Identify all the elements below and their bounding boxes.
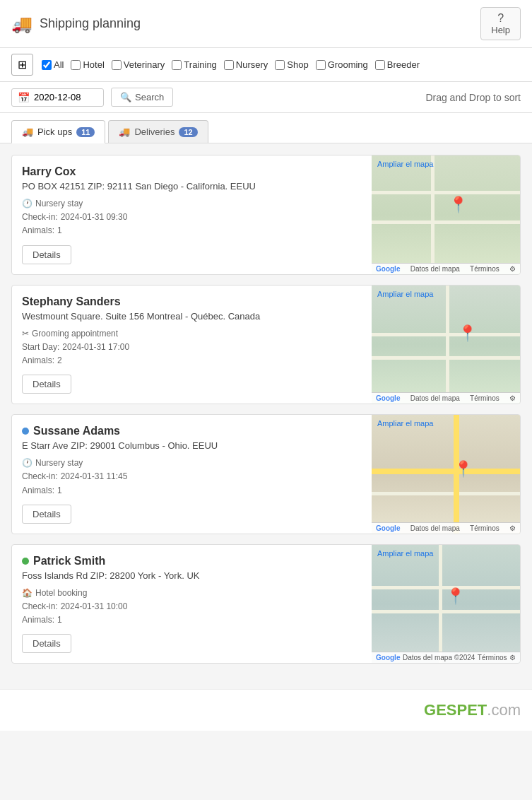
service-icon: ✂ bbox=[22, 327, 29, 341]
pickup-icon: 🚚 bbox=[22, 127, 33, 137]
filter-nursery-checkbox[interactable] bbox=[224, 60, 234, 70]
card-body: Sussane Adams E Starr Ave ZIP: 29001 Col… bbox=[12, 415, 372, 534]
service-icon: 🏠 bbox=[22, 587, 32, 600]
tabs-bar: 🚚 Pick ups 11 🚚 Deliveries 12 bbox=[0, 113, 532, 143]
details-button[interactable]: Details bbox=[22, 505, 71, 524]
animals-line: Animals: 2 bbox=[22, 354, 362, 367]
map-footer: Google Datos del mapa Términos ⚙ bbox=[372, 392, 520, 404]
card-map: Ampliar el mapa 📍 Google Datos del mapa … bbox=[372, 415, 520, 534]
google-logo: Google bbox=[376, 394, 400, 402]
details-button[interactable]: Details bbox=[22, 245, 71, 264]
card-address: E Starr Ave ZIP: 29001 Columbus - Ohio. … bbox=[22, 440, 362, 451]
card-address: PO BOX 42151 ZIP: 92111 San Diego - Cali… bbox=[22, 181, 362, 192]
cards-container: Harry Cox PO BOX 42151 ZIP: 92111 San Di… bbox=[0, 143, 532, 675]
drag-drop-text: Drag and Drop to sort bbox=[425, 92, 521, 103]
card-map: Ampliar el mapa 📍 Google Datos del mapa … bbox=[372, 545, 520, 664]
service-line: ✂ Grooming appointment bbox=[22, 327, 362, 341]
filter-grooming[interactable]: Grooming bbox=[316, 59, 368, 70]
card-name: Sussane Adams bbox=[22, 425, 362, 437]
map-pin: 📍 bbox=[446, 587, 465, 606]
card-name: Harry Cox bbox=[22, 165, 362, 178]
toolbar: 📅 🔍 Search Drag and Drop to sort bbox=[0, 82, 532, 113]
service-line: 🕐 Nursery stay bbox=[22, 197, 362, 211]
map-link[interactable]: Ampliar el mapa bbox=[377, 549, 433, 558]
header: 🚚 Shipping planning ? Help bbox=[0, 0, 532, 48]
app-title: Shipping planning bbox=[40, 16, 141, 31]
filter-training[interactable]: Training bbox=[172, 59, 216, 70]
checkin-line: Check-in: 2024-01-31 10:00 bbox=[22, 600, 362, 613]
service-icon: 🕐 bbox=[22, 197, 32, 211]
filter-checkboxes: All Hotel Veterinary Training Nursery Sh… bbox=[42, 59, 420, 70]
domain-text: .com bbox=[487, 701, 521, 719]
status-dot-green bbox=[22, 558, 29, 565]
filter-breeder-checkbox[interactable] bbox=[375, 60, 385, 70]
filter-veterinary[interactable]: Veterinary bbox=[112, 59, 165, 70]
filter-hotel-checkbox[interactable] bbox=[71, 60, 81, 70]
map-link[interactable]: Ampliar el mapa bbox=[377, 160, 433, 168]
delivery-icon: 🚚 bbox=[119, 127, 130, 137]
animals-line: Animals: 1 bbox=[22, 484, 362, 498]
filter-grooming-checkbox[interactable] bbox=[316, 60, 326, 70]
card-map: Ampliar el mapa 📍 Google Datos del mapa … bbox=[372, 155, 520, 274]
filter-all-checkbox[interactable] bbox=[42, 60, 52, 70]
filter-shop[interactable]: Shop bbox=[275, 59, 308, 70]
filter-all[interactable]: All bbox=[42, 59, 64, 70]
service-line: 🏠 Hotel booking bbox=[22, 587, 362, 600]
question-icon: ? bbox=[491, 12, 510, 25]
map-footer: Google Datos del mapa Términos ⚙ bbox=[372, 263, 520, 274]
checkin-line: Start Day: 2024-01-31 17:00 bbox=[22, 341, 362, 354]
filter-training-checkbox[interactable] bbox=[172, 60, 182, 70]
details-button[interactable]: Details bbox=[22, 634, 71, 653]
filter-nursery[interactable]: Nursery bbox=[224, 59, 268, 70]
service-line: 🕐 Nursery stay bbox=[22, 457, 362, 470]
date-input[interactable] bbox=[34, 92, 97, 102]
settings-icon: ⚙ bbox=[509, 524, 516, 532]
card-info: ✂ Grooming appointment Start Day: 2024-0… bbox=[22, 327, 362, 368]
service-icon: 🕐 bbox=[22, 457, 32, 470]
filter-breeder[interactable]: Breeder bbox=[375, 59, 420, 70]
filter-veterinary-checkbox[interactable] bbox=[112, 60, 122, 70]
filter-bar: ⊞ All Hotel Veterinary Training Nursery … bbox=[0, 48, 532, 82]
table-row: Harry Cox PO BOX 42151 ZIP: 92111 San Di… bbox=[11, 155, 521, 275]
settings-icon: ⚙ bbox=[509, 654, 516, 661]
tab-deliveries-label: Deliveries bbox=[134, 127, 175, 137]
map-footer: Google Datos del mapa Términos ⚙ bbox=[372, 522, 520, 534]
google-logo: Google bbox=[376, 524, 400, 532]
help-button[interactable]: ? Help bbox=[480, 7, 521, 40]
checkin-line: Check-in: 2024-01-31 11:45 bbox=[22, 470, 362, 483]
tab-pickups[interactable]: 🚚 Pick ups 11 bbox=[11, 120, 105, 143]
settings-icon: ⚙ bbox=[509, 394, 516, 402]
card-address: Foss Islands Rd ZIP: 28200 York - York. … bbox=[22, 570, 362, 581]
animals-line: Animals: 1 bbox=[22, 224, 362, 237]
tab-deliveries[interactable]: 🚚 Deliveries 12 bbox=[108, 120, 208, 143]
google-logo: Google bbox=[376, 265, 400, 273]
card-body: Stephany Sanders Westmount Square. Suite… bbox=[12, 286, 372, 404]
table-row: Patrick Smith Foss Islands Rd ZIP: 28200… bbox=[11, 544, 521, 664]
pickups-badge: 11 bbox=[76, 127, 95, 137]
details-button[interactable]: Details bbox=[22, 375, 71, 394]
map-link[interactable]: Ampliar el mapa bbox=[377, 419, 433, 428]
map-pin: 📍 bbox=[454, 460, 473, 478]
date-picker-wrap: 📅 bbox=[11, 88, 104, 107]
status-dot-blue bbox=[22, 428, 29, 435]
google-logo: Google bbox=[376, 654, 400, 661]
settings-icon: ⚙ bbox=[509, 265, 516, 273]
deliveries-badge: 12 bbox=[179, 127, 197, 137]
truck-icon: 🚚 bbox=[11, 14, 32, 34]
search-icon: 🔍 bbox=[120, 92, 131, 102]
checkin-line: Check-in: 2024-01-31 09:30 bbox=[22, 211, 362, 224]
card-info: 🕐 Nursery stay Check-in: 2024-01-31 11:4… bbox=[22, 457, 362, 498]
search-button[interactable]: 🔍 Search bbox=[111, 88, 173, 107]
table-row: Sussane Adams E Starr Ave ZIP: 29001 Col… bbox=[11, 414, 521, 534]
calendar-icon: 📅 bbox=[18, 92, 30, 103]
card-name: Patrick Smith bbox=[22, 555, 362, 567]
brand-text: GESPET bbox=[424, 701, 487, 719]
table-row: Stephany Sanders Westmount Square. Suite… bbox=[11, 285, 521, 405]
map-footer: Google Datos del mapa ©2024 Términos ⚙ bbox=[372, 652, 520, 663]
card-info: 🕐 Nursery stay Check-in: 2024-01-31 09:3… bbox=[22, 197, 362, 238]
grid-view-button[interactable]: ⊞ bbox=[11, 54, 33, 76]
filter-hotel[interactable]: Hotel bbox=[71, 59, 104, 70]
tab-pickups-label: Pick ups bbox=[37, 127, 72, 137]
map-link[interactable]: Ampliar el mapa bbox=[377, 290, 433, 298]
filter-shop-checkbox[interactable] bbox=[275, 60, 285, 70]
